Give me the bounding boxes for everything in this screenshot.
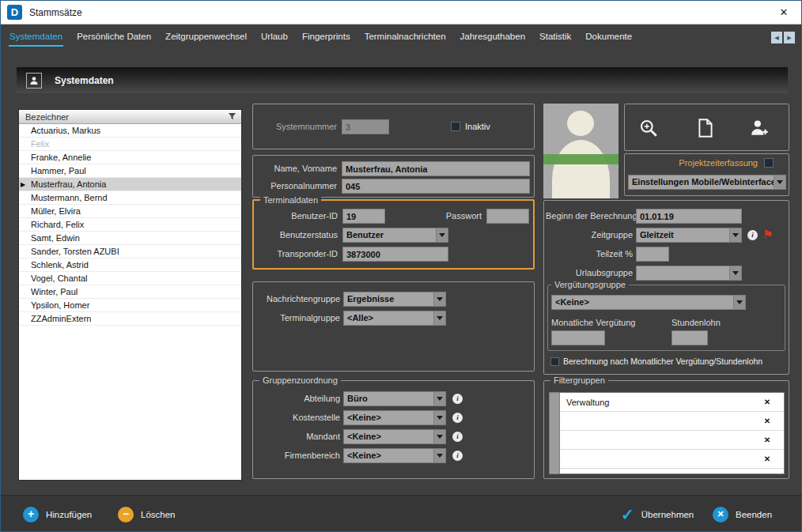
list-item[interactable]: Müller, Elvira [19, 205, 241, 218]
projektzeiterfassung-checkbox[interactable] [764, 158, 774, 168]
tabs-scroll-right-icon[interactable]: ▶ [784, 32, 795, 43]
firmenbereich-label: Firmenbereich [255, 448, 340, 463]
list-item[interactable]: Hammer, Paul [19, 164, 241, 178]
nachrichtengruppe-select[interactable]: Ergebnisse [343, 292, 446, 307]
list-item[interactable]: Ypsilon, Homer [19, 299, 241, 312]
uebernehmen-button[interactable]: ✓ Übernehmen [621, 496, 694, 532]
stundenlohn-input[interactable] [671, 330, 708, 345]
firmenbereich-info-icon[interactable]: i [452, 451, 463, 461]
filter-row[interactable]: ✕ [560, 450, 785, 469]
photo-green-stripe [543, 154, 619, 164]
tabs-scroll-left-icon[interactable]: ◀ [771, 32, 782, 43]
zoom-search-button[interactable] [633, 112, 664, 144]
list-item[interactable]: Richard, Felix [19, 218, 241, 232]
employee-photo [543, 104, 619, 198]
name-input[interactable] [342, 161, 530, 176]
beenden-label: Beenden [736, 510, 772, 519]
filtergruppen-group: Filtergruppen Verwaltung ✕ ✕ ✕ ✕ [543, 380, 789, 479]
filter-row[interactable]: Verwaltung ✕ [560, 393, 785, 412]
kostenstelle-select[interactable]: <Keine> [343, 410, 446, 425]
filter-row[interactable]: ✕ [560, 412, 785, 431]
monatliche-verguetung-input[interactable] [551, 330, 605, 345]
add-person-button[interactable] [743, 112, 775, 144]
abteilung-value: Büro [347, 394, 368, 403]
remove-filter-icon[interactable]: ✕ [761, 393, 774, 412]
tab-terminalnachrichten[interactable]: Terminalnachrichten [357, 25, 453, 50]
zeitgruppe-select[interactable]: Gleitzeit [636, 228, 742, 243]
list-item-selected[interactable]: ▶ Musterfrau, Antonia [19, 178, 241, 191]
benutzer-id-input[interactable] [342, 209, 385, 224]
teilzeit-label: Teilzeit % [546, 247, 633, 262]
beenden-button[interactable]: ✕ Beenden [713, 496, 772, 532]
chevron-down-icon [774, 175, 785, 189]
list-header[interactable]: Bezeichner [19, 110, 241, 124]
minus-circle-icon: − [118, 507, 134, 523]
filter-icon[interactable] [228, 112, 236, 121]
section-title: Systemdaten [55, 75, 114, 86]
list-item[interactable]: Franke, Annelie [19, 151, 241, 164]
person-silhouette-body [552, 140, 610, 198]
zeitgruppe-flag-icon[interactable]: ⚑ [762, 227, 773, 242]
remove-filter-icon[interactable]: ✕ [761, 412, 774, 431]
terminalgruppe-select[interactable]: <Alle> [343, 311, 446, 326]
plus-circle-icon: + [23, 507, 39, 523]
verguetungsgruppe-select[interactable]: <Keine> [551, 295, 746, 310]
list-item[interactable]: Actuarius, Markus [19, 124, 241, 138]
abteilung-select[interactable]: Büro [343, 391, 446, 406]
terminaldaten-title: Terminaldaten [260, 194, 321, 206]
copy-document-button[interactable] [690, 112, 721, 144]
personalnummer-label: Personalnummer [255, 179, 337, 194]
close-icon[interactable]: ✕ [774, 4, 793, 21]
beginn-input[interactable] [636, 209, 742, 224]
list-item[interactable]: Sander, Torsten AZUBI [19, 245, 241, 258]
remove-filter-icon[interactable]: ✕ [761, 431, 774, 450]
list-item[interactable]: ZZAdminExtern [19, 312, 241, 326]
berechnung-checkbox[interactable] [550, 357, 559, 366]
zeitgruppe-info-icon[interactable]: i [747, 230, 758, 240]
teilzeit-input[interactable] [636, 247, 669, 262]
tab-zeitgruppenwechsel[interactable]: Zeitgruppenwechsel [158, 25, 254, 50]
list-item[interactable]: Samt, Edwin [19, 232, 241, 245]
tab-fingerprints[interactable]: Fingerprints [295, 25, 357, 50]
list-item[interactable]: Felix [19, 138, 241, 151]
benutzerstatus-value: Benutzer [346, 230, 384, 240]
tab-statistik[interactable]: Statistik [532, 25, 578, 50]
firmenbereich-value: <Keine> [347, 451, 381, 460]
tab-systemdaten[interactable]: Systemdaten [2, 25, 70, 50]
projektzeiterfassung-label: Projektzeiterfassung [631, 156, 758, 171]
list-item[interactable]: Winter, Paul [19, 285, 241, 299]
firmenbereich-select[interactable]: <Keine> [343, 448, 446, 463]
urlaubsgruppe-select[interactable] [636, 266, 742, 281]
mandant-select[interactable]: <Keine> [343, 429, 446, 444]
tab-urlaub[interactable]: Urlaub [254, 25, 295, 50]
chevron-down-icon [729, 266, 741, 280]
loeschen-button[interactable]: − Löschen [118, 496, 175, 532]
filter-row[interactable]: ✕ [560, 431, 785, 450]
passwort-input[interactable] [486, 209, 529, 224]
beginn-label: Beginn der Berechnung [546, 209, 633, 224]
window-title: Stammsätze [29, 7, 82, 18]
personalnummer-input[interactable] [342, 179, 530, 194]
list-item[interactable]: Vogel, Chantal [19, 272, 241, 285]
verguetungsgruppe-value: <Keine> [555, 297, 589, 307]
kostenstelle-info-icon[interactable]: i [452, 413, 463, 423]
list-item[interactable]: Mustermann, Bernd [19, 191, 241, 205]
abteilung-info-icon[interactable]: i [452, 394, 463, 404]
list-header-label: Bezeichner [25, 112, 69, 122]
hinzufuegen-button[interactable]: + Hinzufügen [23, 496, 92, 532]
tab-dokumente[interactable]: Dokumente [578, 25, 639, 50]
transponder-id-input[interactable] [342, 247, 448, 262]
inaktiv-checkbox[interactable] [451, 122, 460, 131]
tab-persoenliche-daten[interactable]: Persönliche Daten [70, 25, 158, 50]
inaktiv-label: Inaktiv [465, 119, 490, 134]
filtergruppen-list: Verwaltung ✕ ✕ ✕ ✕ [549, 392, 785, 474]
tab-jahresguthaben[interactable]: Jahresguthaben [453, 25, 532, 50]
benutzerstatus-select[interactable]: Benutzer [342, 228, 448, 243]
list-item[interactable]: Schlenk, Astrid [19, 258, 241, 272]
mandant-info-icon[interactable]: i [452, 432, 463, 442]
magnifier-plus-icon [638, 118, 659, 138]
systemnummer-input [342, 119, 389, 134]
einstellungen-select[interactable]: Einstellungen Mobile/Webinterface [628, 175, 786, 190]
remove-filter-icon[interactable]: ✕ [761, 450, 774, 469]
name-label: Name, Vorname [255, 161, 337, 176]
